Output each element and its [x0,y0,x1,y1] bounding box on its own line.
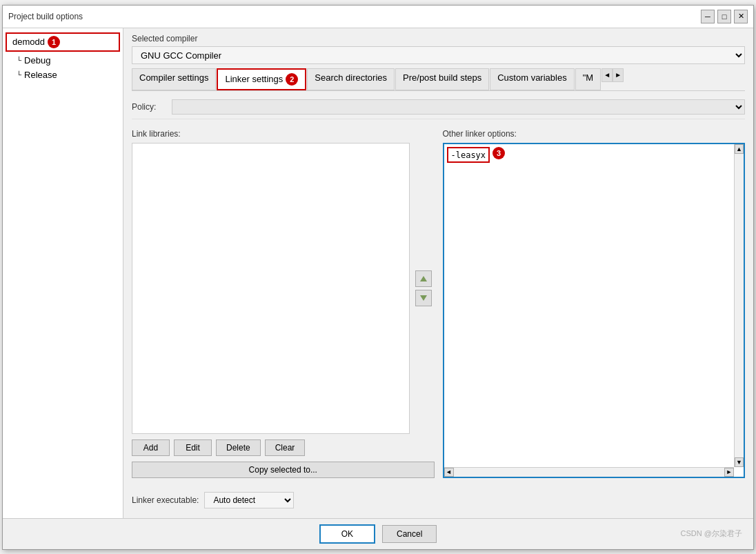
link-libraries-label: Link libraries: [132,129,435,139]
tab-m-label: "M [583,72,593,83]
policy-row: Policy: [132,95,745,119]
lib-buttons-row2: Copy selected to... [132,462,435,478]
compiler-label: Selected compiler [132,34,745,43]
minimize-button[interactable]: ─ [701,10,715,23]
horizontal-scrollbar[interactable]: ◄ ► [444,467,735,477]
sidebar-item-demodd[interactable]: demodd 1 [6,32,120,52]
other-linker-panel: Other linker options: -leasyx 3 [443,129,746,478]
cancel-button[interactable]: Cancel [382,525,437,543]
tab-search-directories[interactable]: Search directories [307,68,395,90]
title-bar: Project build options ─ □ ✕ [3,6,753,28]
sidebar: demodd 1 └ Debug └ Release [3,28,123,518]
tabs-row: Compiler settings Linker settings 2 Sear… [132,68,745,91]
link-libraries-listbox[interactable] [132,143,410,434]
other-linker-label: Other linker options: [443,129,746,139]
sidebar-release-label: Release [24,70,57,80]
scroll-down-arrow[interactable]: ▼ [735,457,744,467]
sidebar-release-icon: └ [17,71,21,79]
arrow-down-icon [420,295,427,301]
linker-exec-row: Linker executable: Auto detect [132,488,745,513]
other-linker-content-row: -leasyx 3 [447,147,730,163]
maximize-button[interactable]: □ [717,10,731,23]
tab-custom-variables[interactable]: Custom variables [490,68,574,90]
sidebar-item-release[interactable]: └ Release [3,68,123,82]
scroll-track-v [735,154,744,457]
move-down-button[interactable] [415,290,432,306]
sidebar-debug-icon: └ [17,57,21,64]
tab-linker-settings-label: Linker settings [225,74,283,84]
link-lib-content [132,143,435,434]
panels: Link libraries: Add [132,123,745,484]
tab-nav-left[interactable]: ◄ [601,68,613,82]
link-libraries-panel: Link libraries: Add [132,129,435,478]
sidebar-debug-label: Debug [24,55,50,66]
move-up-button[interactable] [415,270,432,287]
tab-compiler-settings[interactable]: Compiler settings [132,68,216,90]
tab-m[interactable]: "M [575,68,601,90]
tab-linker-settings[interactable]: Linker settings 2 [217,68,306,90]
tab-pre-post-label: Pre/post build steps [403,72,481,83]
window-title: Project build options [8,12,83,21]
compiler-select-wrapper: GNU GCC Compiler [132,46,745,64]
textarea-scroll-area: -leasyx 3 [444,144,744,477]
arrow-up-icon [420,276,427,281]
delete-button[interactable]: Delete [216,439,261,456]
lib-buttons-row1: Add Edit Delete Clear [132,439,435,456]
footer: OK Cancel CSDN @尔染君子 [3,518,753,549]
copy-selected-button[interactable]: Copy selected to... [132,462,435,478]
credit-text: CSDN @尔染君子 [681,528,742,539]
main-content: demodd 1 └ Debug └ Release Selected comp… [3,28,753,518]
tab-pre-post[interactable]: Pre/post build steps [395,68,489,90]
main-window: Project build options ─ □ ✕ demodd 1 └ D… [2,5,754,550]
textarea-inner: -leasyx 3 ▲ ▼ [444,144,744,477]
edit-button[interactable]: Edit [174,439,212,456]
policy-label: Policy: [132,102,166,112]
linker-exec-select[interactable]: Auto detect [204,492,294,508]
sidebar-item-debug[interactable]: └ Debug [3,53,123,68]
sidebar-root-badge: 1 [48,36,60,48]
move-buttons [415,270,432,306]
tab-linker-badge: 2 [286,73,298,86]
policy-select[interactable] [172,99,745,115]
scroll-up-arrow[interactable]: ▲ [735,144,744,154]
sidebar-root-label: demodd [12,37,45,47]
content-area: Selected compiler GNU GCC Compiler Compi… [123,28,753,518]
scroll-track-h [454,468,725,477]
tab-custom-label: Custom variables [497,72,566,83]
scroll-right-arrow[interactable]: ► [724,468,734,477]
tab-nav-right[interactable]: ► [613,68,624,82]
other-linker-textarea-wrap: -leasyx 3 ▲ ▼ [443,143,746,478]
compiler-select[interactable]: GNU GCC Compiler [132,46,745,64]
add-button[interactable]: Add [132,439,170,456]
linker-exec-label: Linker executable: [132,495,199,505]
tab-search-label: Search directories [315,72,387,83]
scroll-left-arrow[interactable]: ◄ [444,468,454,477]
other-linker-value: -leasyx [451,150,486,160]
vertical-scrollbar[interactable]: ▲ ▼ [734,144,744,467]
tab-compiler-settings-label: Compiler settings [139,72,208,83]
window-controls: ─ □ ✕ [701,10,748,23]
clear-button[interactable]: Clear [265,439,306,456]
compiler-section: Selected compiler GNU GCC Compiler [132,34,745,64]
other-linker-value-box: -leasyx [447,147,490,163]
ok-button[interactable]: OK [319,524,375,544]
other-linker-badge: 3 [493,147,505,159]
close-button[interactable]: ✕ [734,10,748,23]
